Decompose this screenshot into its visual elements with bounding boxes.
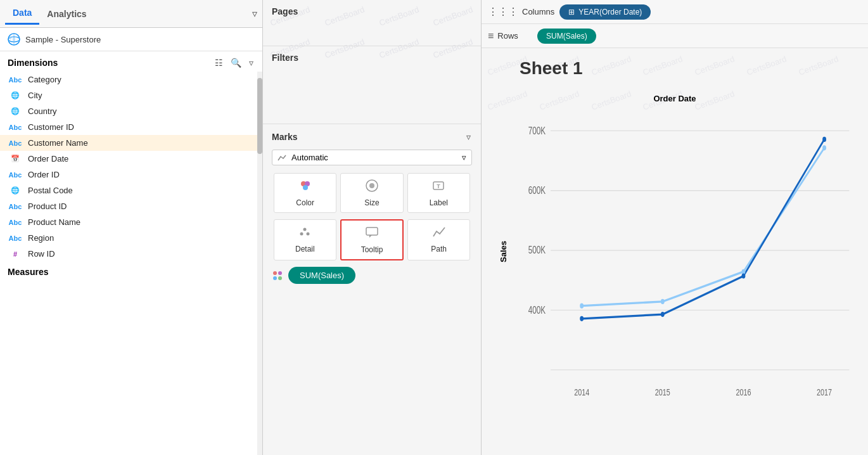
svg-point-17 (278, 271, 282, 275)
svg-text:400K: 400K (528, 304, 546, 316)
svg-point-18 (273, 276, 277, 280)
rows-shelf-label: ≡ Rows (488, 30, 532, 42)
marks-section: Marks ▿ Automatic ▿ (263, 124, 481, 455)
svg-point-37 (580, 316, 584, 321)
marks-type-dropdown[interactable]: Automatic ▿ (272, 150, 472, 165)
grid-view-icon[interactable]: ☷ (214, 56, 224, 69)
svg-text:600K: 600K (528, 184, 546, 196)
chart-svg-wrapper: 700K 600K 500K 400K 2014 2015 2016 2017 (520, 105, 862, 430)
color-label: Color (296, 198, 314, 207)
dimensions-header: Dimensions ☷ 🔍 ▿ (0, 51, 262, 72)
mark-btn-detail[interactable]: Detail (274, 219, 336, 260)
left-panel: Data Analytics ▿ Sample - Superstore Dim… (0, 0, 263, 455)
columns-pill[interactable]: ⊞ YEAR(Order Date) (559, 4, 651, 20)
dim-postal-code[interactable]: 🌐 Postal Code (0, 183, 262, 198)
path-label: Path (431, 245, 447, 253)
svg-point-7 (303, 185, 308, 190)
marks-title: Marks (272, 132, 465, 142)
datasource-name: Sample - Superstore (25, 35, 101, 44)
svg-text:2016: 2016 (736, 387, 751, 397)
type-icon-abc-prodname: Abc (8, 219, 23, 226)
marks-dropdown-arrow[interactable]: ▿ (465, 131, 472, 143)
mark-btn-tooltip[interactable]: Tooltip (340, 219, 404, 260)
dim-name-customer-name: Customer Name (28, 138, 88, 148)
dropdown-icon[interactable]: ▿ (248, 56, 255, 69)
size-icon (365, 179, 379, 196)
svg-point-9 (369, 183, 374, 188)
tab-analytics[interactable]: Analytics (39, 4, 94, 24)
dim-name-region: Region (28, 233, 54, 243)
tab-bar: Data Analytics ▿ (0, 0, 262, 28)
order-date-label: Order Date (653, 94, 696, 103)
dim-name-product-name: Product Name (28, 217, 80, 227)
type-icon-globe-postal: 🌐 (8, 186, 23, 195)
svg-point-39 (742, 273, 746, 278)
tooltip-label: Tooltip (361, 245, 383, 254)
mark-btn-path[interactable]: Path (407, 219, 470, 260)
dimensions-label: Dimensions (8, 58, 214, 68)
pages-drop-area[interactable] (272, 20, 472, 39)
svg-point-33 (580, 304, 584, 309)
dim-country[interactable]: 🌐 Country (0, 103, 262, 119)
type-icon-abc: Abc (8, 76, 23, 84)
svg-point-13 (300, 233, 303, 236)
middle-panel: CertsBoard CertsBoard CertsBoard CertsBo… (263, 0, 482, 455)
mark-btn-size[interactable]: Size (340, 173, 403, 213)
line-icon (278, 154, 288, 162)
rows-icon: ≡ (488, 30, 494, 42)
mark-btn-label[interactable]: T Label (407, 173, 470, 213)
sum-sales-pill[interactable]: SUM(Sales) (288, 267, 355, 284)
dim-product-name[interactable]: Abc Product Name (0, 214, 262, 230)
search-icon[interactable]: 🔍 (229, 56, 243, 69)
dim-order-id[interactable]: Abc Order ID (0, 167, 262, 183)
columns-row: ⋮⋮⋮ Columns ⊞ YEAR(Order Date) (482, 0, 868, 24)
type-icon-abc-custname: Abc (8, 139, 23, 147)
data-source-row: Sample - Superstore (0, 28, 262, 51)
dim-city[interactable]: 🌐 City (0, 87, 262, 103)
datasource-icon (8, 33, 20, 46)
columns-shelf-label: ⋮⋮⋮ Columns (488, 6, 554, 18)
dim-region[interactable]: Abc Region (0, 230, 262, 246)
svg-text:500K: 500K (528, 245, 546, 256)
svg-point-12 (303, 228, 307, 231)
dim-name-postal-code: Postal Code (28, 186, 73, 195)
chart-container: Sheet 1 Order Date Sales 700K (482, 48, 868, 455)
columns-pill-icon: ⊞ (568, 8, 575, 16)
chart-area: CertsBoard CertsBoard CertsBoard CertsBo… (482, 48, 868, 455)
dim-order-date[interactable]: 📅 Order Date (0, 151, 262, 167)
svg-point-40 (822, 137, 826, 142)
rows-label: Rows (497, 31, 518, 41)
filters-drop-area[interactable] (272, 67, 472, 117)
mark-btn-color[interactable]: Color (274, 173, 336, 213)
dim-product-id[interactable]: Abc Product ID (0, 198, 262, 214)
marks-dropdown-caret: ▿ (462, 153, 466, 162)
pages-title: Pages (272, 6, 472, 16)
tab-data[interactable]: Data (5, 3, 39, 25)
rows-row: ≡ Rows SUM(Sales) (482, 24, 868, 48)
rows-pill[interactable]: SUM(Sales) (537, 29, 596, 44)
svg-point-4 (10, 37, 11, 39)
pages-section: Pages (263, 0, 481, 46)
dim-name-category: Category (28, 75, 61, 84)
dim-customer-id[interactable]: Abc Customer ID (0, 119, 262, 135)
marks-header: Marks ▿ (272, 131, 472, 143)
y-axis-label: Sales (499, 241, 508, 262)
dim-name-order-date: Order Date (28, 154, 68, 163)
right-panel: ⋮⋮⋮ Columns ⊞ YEAR(Order Date) ≡ Rows SU… (482, 0, 868, 455)
pill-dots (272, 270, 283, 281)
type-icon-hash: # (8, 250, 23, 258)
svg-point-36 (822, 145, 826, 150)
dim-row-id[interactable]: # Row ID (0, 246, 262, 262)
type-icon-abc-custid: Abc (8, 124, 23, 131)
sum-sales-row: SUM(Sales) (272, 267, 472, 284)
dim-category[interactable]: Abc Category (0, 72, 262, 87)
dim-customer-name[interactable]: Abc Customer Name (0, 135, 262, 151)
tooltip-icon (365, 226, 379, 243)
size-label: Size (364, 198, 379, 207)
sort-icon: ▿ (252, 8, 257, 20)
color-icon (298, 179, 312, 196)
dimensions-list: Abc Category 🌐 City 🌐 Country Abc Custom… (0, 72, 262, 455)
type-icon-abc-region: Abc (8, 234, 23, 242)
marks-buttons-row1: Color Size T (272, 173, 472, 213)
svg-point-14 (307, 233, 310, 236)
